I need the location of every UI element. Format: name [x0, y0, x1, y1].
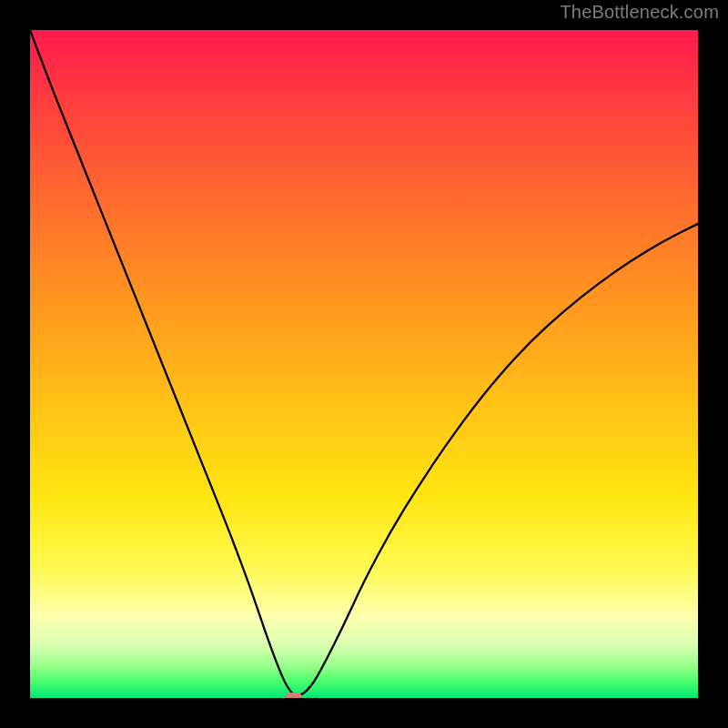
optimum-marker — [286, 693, 302, 698]
watermark-text: TheBottleneck.com — [560, 2, 719, 23]
bottleneck-curve-svg — [30, 30, 698, 698]
plot-area — [30, 30, 698, 698]
chart-frame: TheBottleneck.com — [0, 0, 728, 728]
bottleneck-curve-line — [30, 30, 698, 695]
